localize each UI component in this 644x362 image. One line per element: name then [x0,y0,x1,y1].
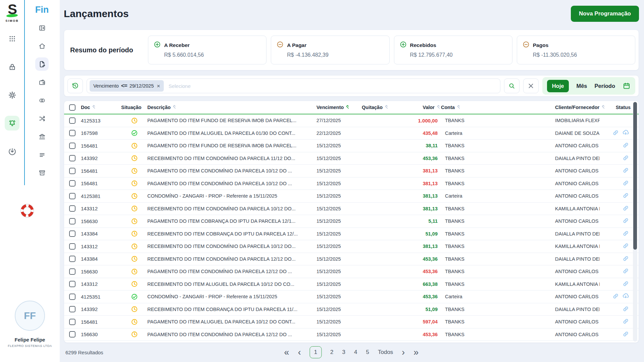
range-período-button[interactable]: Período [595,83,615,89]
table-row[interactable]: 156481 PAGAMENTO DO ITEM CONDOMÍNIO DA P… [64,177,639,190]
link-icon[interactable] [622,305,629,313]
table-row[interactable]: 156481 PAGAMENTO DO ITEM ALUGUEL DA PARC… [64,316,639,328]
column-header-8[interactable]: Status [600,105,631,110]
file-edit-icon[interactable] [35,57,49,71]
table-row[interactable]: 143312 RECEBIMENTO DO ITEM ALUGUEL DA PA… [64,278,639,291]
vertical-scrollbar[interactable] [633,102,637,342]
all-pages-button[interactable]: Todos [378,349,393,356]
page-button-2[interactable]: 2 [330,349,333,356]
table-row[interactable]: 143384 RECEBIMENTO DO ITEM CONDOMÍNIO DA… [64,253,639,266]
chip-remove-icon[interactable]: × [157,83,160,89]
clear-search-button[interactable] [523,79,539,93]
wallet-icon[interactable] [35,75,49,89]
apps-grid-icon[interactable] [5,31,19,46]
link-icon[interactable] [622,280,629,288]
sort-icon[interactable] [456,104,461,110]
table-row[interactable]: 156630 PAGAMENTO DO ITEM COBRANÇA DO IPT… [64,215,639,228]
link-icon[interactable] [622,205,629,213]
download-icon[interactable] [5,144,19,159]
calendar-icon[interactable] [623,82,631,90]
column-header-1[interactable]: Situação [121,105,147,110]
row-checkbox[interactable] [69,281,76,287]
sort-icon[interactable] [172,104,177,110]
simob-logo[interactable]: S SIMOB [5,3,19,22]
help-lifebuoy-icon[interactable] [19,203,35,218]
row-checkbox[interactable] [69,243,76,250]
home-icon[interactable] [35,39,49,53]
row-checkbox[interactable] [69,143,76,149]
column-header-6[interactable]: Conta [441,104,517,110]
link-icon[interactable] [622,192,629,200]
table-row[interactable]: 156481 PAGAMENTO DO ITEM CONDOMÍNIO DA P… [64,165,639,177]
scrollbar-thumb[interactable] [633,102,637,250]
link-icon[interactable] [622,142,629,150]
bank-icon[interactable] [35,130,49,143]
table-row[interactable]: 143312 RECEBIMENTO DO ITEM CONDOMÍNIO DA… [64,203,639,215]
link-icon[interactable] [622,179,629,188]
row-checkbox[interactable] [69,180,76,187]
row-checkbox[interactable] [69,306,76,312]
user-profile[interactable]: FF Felipe Felipe FLEXPRO SISTEMAS LTDA [0,301,60,348]
row-checkbox[interactable] [69,294,76,300]
link-icon[interactable] [622,154,629,162]
sort-icon[interactable] [345,104,350,110]
table-row[interactable]: 143392 RECEBIMENTO DO ITEM CONDOMÍNIO DA… [64,152,639,165]
table-row[interactable]: 156630 PAGAMENTO DO ITEM CONDOMÍNIO DA P… [64,328,639,341]
archive-icon[interactable] [35,166,49,179]
page-button-3[interactable]: 3 [342,349,345,356]
summary-card-3[interactable]: Pagos R$ -11.305.020,56 [517,36,635,64]
range-mês-button[interactable]: Mês [576,83,587,89]
row-checkbox[interactable] [69,218,76,224]
filter-chip[interactable]: Vencimento <= 29/12/2025 × [90,80,164,92]
column-header-0[interactable]: Doc [81,104,121,110]
table-row[interactable]: 143384 RECEBIMENTO DO ITEM COBRANÇA DO I… [64,228,639,241]
table-row[interactable]: 167598 PAGAMENTO DO ITEM ALUGUEL DA PARC… [64,127,639,140]
reset-filters-button[interactable] [67,79,83,93]
new-schedule-button[interactable]: Nova Programação [571,6,639,22]
last-page-button[interactable]: » [413,348,418,357]
column-header-4[interactable]: Quitação [362,104,401,110]
table-row[interactable]: 156481 PAGAMENTO DO ITEM FUNDO DE RESERV… [64,140,639,152]
row-checkbox[interactable] [69,168,76,174]
link-icon[interactable] [622,217,629,225]
rings-icon[interactable] [35,94,49,107]
avatar[interactable]: FF [15,301,45,331]
sort-icon[interactable] [436,104,441,110]
link-icon[interactable] [612,293,619,301]
filter-input[interactable]: Vencimento <= 29/12/2025 × Selecione [87,79,500,93]
link-icon[interactable] [622,242,629,250]
table-row[interactable]: 4125351 CONDOMÍNO - ZANGARI - PROP - Ref… [64,291,639,303]
link-icon[interactable] [622,267,629,275]
row-checkbox[interactable] [69,130,76,136]
column-header-2[interactable]: Descrição [147,104,316,110]
bell-icon[interactable] [5,116,19,131]
row-checkbox[interactable] [69,155,76,161]
page-button-4[interactable]: 4 [354,349,357,356]
panel-expand-icon[interactable] [35,21,49,35]
link-icon[interactable] [622,330,629,339]
range-hoje-button[interactable]: Hoje [547,80,569,92]
link-icon[interactable] [622,230,629,238]
select-all-checkbox[interactable] [69,104,76,111]
column-header-7[interactable]: Cliente/Fornecedor [517,104,600,110]
cloud-download-icon[interactable] [622,293,629,301]
row-checkbox[interactable] [69,193,76,199]
next-page-button[interactable]: › [402,348,405,357]
list-lines-icon[interactable] [35,148,49,161]
row-checkbox[interactable] [69,256,76,262]
search-button[interactable] [504,79,519,93]
link-icon[interactable] [622,255,629,263]
lock-icon[interactable] [5,59,19,74]
column-header-3[interactable]: Vencimento [316,104,362,110]
row-checkbox[interactable] [69,331,76,338]
shuffle-icon[interactable] [35,112,49,125]
table-row[interactable]: 4125313 PAGAMENTO DO ITEM FUNDO DE RESER… [64,114,639,127]
cloud-download-icon[interactable] [622,129,629,137]
table-row[interactable]: 143392 RECEBIMENTO DO ITEM COBRANÇA DO I… [64,303,639,316]
link-icon[interactable] [622,167,629,175]
row-checkbox[interactable] [69,117,76,124]
summary-card-0[interactable]: A Receber R$ 5.660.014,56 [148,36,266,64]
page-button-1[interactable]: 1 [310,346,321,358]
summary-card-1[interactable]: A Pagar R$ -4.136.482,39 [271,36,389,64]
table-row[interactable]: 143312 RECEBIMENTO DO ITEM CONDOMÍNIO DA… [64,240,639,253]
